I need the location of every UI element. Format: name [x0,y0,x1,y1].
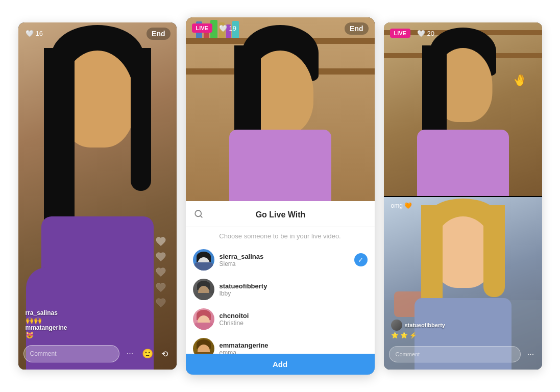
s1-emoji-icon[interactable]: 🙂 [141,348,154,359]
screen2-person [186,17,375,211]
christine-name: Christine [220,320,368,327]
sierra-handle: sierra_salinas [220,253,354,260]
screen3-phone: 🤚 LIVE 🤍 20 [384,22,542,370]
s3-heart-count: 🤍 20 [417,30,434,37]
ibby-name: Ibby [220,290,368,297]
s1-more-options-icon[interactable]: ··· [124,349,137,358]
screen2-phone: LIVE 🤍 19 End Go Live With Choose [186,17,375,375]
s3b-hair-right [483,205,505,297]
s3-comment-bar: Comment ··· [389,346,537,362]
christine-handle: chcnoitoi [220,312,368,320]
s3-bottom-user-handle: statueofibberty [405,322,445,328]
floating-hearts [155,236,166,308]
s3-person-top: 🤚 [384,22,542,196]
s1-user1-emoji: 🙌🙌 [26,316,67,324]
s1-share-icon[interactable]: ⟲ [158,349,172,359]
s1-count-text: 16 [36,30,43,37]
s3-omg-emoji: omg 🧡 [391,202,412,209]
modal-title: Go Live With [195,210,367,219]
user-list-item-sierra[interactable]: sierra_salinas Sierra ✓ [186,245,375,275]
s2-body [229,130,331,211]
s2-heart-icon: 🤍 [219,24,227,32]
s1-comment-placeholder: Comment [30,350,57,357]
user-list-item-christine[interactable]: chcnoitoi Christine [186,304,375,334]
s3-live-badge: LIVE [390,29,410,38]
s1-end-button[interactable]: End [147,28,170,40]
s3-body-top [417,130,509,196]
sierra-selected-check[interactable]: ✓ [354,253,368,266]
wave-hand-icon: 🤚 [512,72,527,88]
s3-comment-input[interactable]: Comment [389,346,521,362]
s3-user-bottom: statueofibberty ⭐ ⭐ ⚡ [391,320,445,339]
s3b-hair-left [421,205,443,307]
s1-heart-count: 🤍 16 [26,30,43,37]
s2-heart-count: 🤍 19 [219,24,236,32]
s3-heart-icon: 🤍 [417,30,425,37]
ibby-avatar [193,279,214,300]
user-overlay: rra_salinas 🙌🙌 mmatangerine 😻 [26,309,67,339]
s1-username1: rra_salinas [26,309,67,316]
s1-username2: mmatangerine [26,324,67,331]
sierra-name: Sierra [220,260,354,267]
s1-comment-input[interactable]: Comment [23,345,119,362]
ibby-handle: statueofibberty [220,282,368,290]
hair-right [131,48,151,191]
s2-end-button[interactable]: End [345,22,368,35]
s3-comment-placeholder: Comment [396,351,420,357]
user-list: sierra_salinas Sierra ✓ [186,245,375,363]
heart-float-1 [155,236,166,247]
heart-float-2 [155,251,166,262]
modal-header: Go Live With [186,201,375,227]
user-list-item-ibby[interactable]: statueofibberty Ibby [186,275,375,304]
screen2-video: LIVE 🤍 19 End [186,17,375,211]
s2-count-text: 19 [229,24,236,32]
s3-person-bottom [384,196,542,370]
sierra-info: sierra_salinas Sierra [220,253,354,267]
heart-icon: 🤍 [26,30,34,37]
screen3-top-video: 🤚 LIVE 🤍 20 [384,22,542,196]
emma-handle: emmatangerine [220,341,368,349]
heart-float-4 [155,282,166,293]
screen-divider [384,196,542,197]
screen1-phone: 🤍 16 End [18,22,177,370]
christine-info: chcnoitoi Christine [220,312,368,327]
go-live-with-modal: Go Live With Choose someone to be in you… [186,201,375,375]
christine-avatar [193,308,214,330]
s3-bottom-user-emoji: ⭐ ⭐ ⚡ [391,331,445,339]
add-button[interactable]: Add [186,354,375,375]
s1-comment-bar: Comment ··· 🙂 ⟲ [23,345,172,362]
s2-live-badge: LIVE [192,23,212,33]
heart-float-5 [155,297,166,308]
screens-container: 🤍 16 End [0,0,560,392]
s3-count-text: 20 [427,30,434,37]
s3-more-options-icon[interactable]: ··· [525,350,537,359]
s1-user2-emoji: 😻 [26,331,67,339]
modal-subtitle: Choose someone to be in your live video. [186,227,375,245]
heart-float-3 [155,266,166,278]
screen1-background: 🤍 16 End [18,22,177,370]
ibby-info: statueofibberty Ibby [220,282,368,297]
screen3-bottom-video: omg 🧡 statueofibberty ⭐ ⭐ ⚡ Comment ··· [384,196,542,370]
sierra-avatar [193,249,214,271]
